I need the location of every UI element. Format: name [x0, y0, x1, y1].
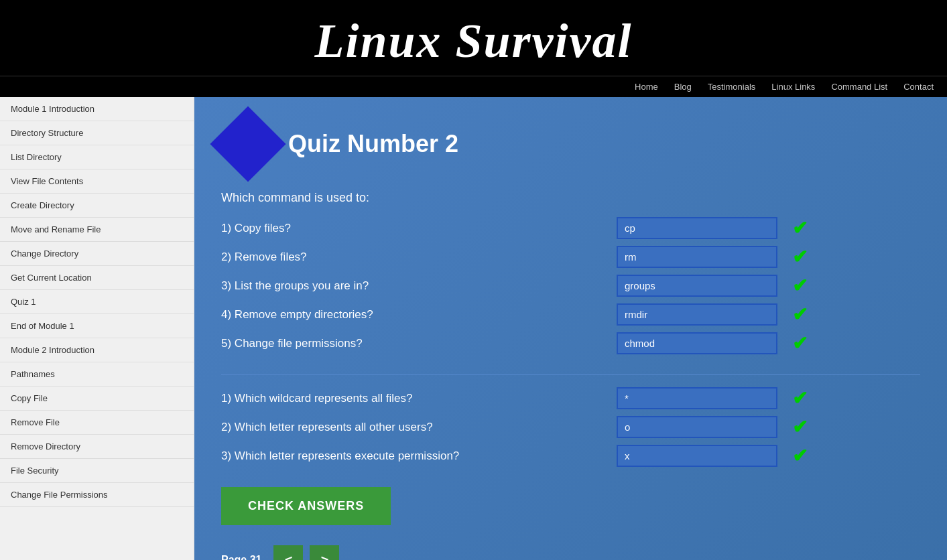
- sidebar-item-copy-file[interactable]: Copy File: [0, 387, 194, 411]
- question-row-6: 1) Which wildcard represents all files? …: [221, 387, 920, 409]
- sidebar-item-list-directory[interactable]: List Directory: [0, 145, 194, 169]
- sidebar-item-end-module1[interactable]: End of Module 1: [0, 314, 194, 338]
- sidebar-item-move-rename-file[interactable]: Move and Rename File: [0, 218, 194, 242]
- question-row-2: 2) Remove files? ✔: [221, 246, 920, 268]
- nav-contact[interactable]: Contact: [903, 82, 934, 92]
- separator: [221, 374, 920, 375]
- sidebar-item-pathnames[interactable]: Pathnames: [0, 362, 194, 387]
- question-1-text: 1) Copy files?: [221, 222, 610, 235]
- top-nav: Home Blog Testimonials Linux Links Comma…: [0, 76, 947, 97]
- nav-testimonials[interactable]: Testimonials: [708, 82, 756, 92]
- question-3-text: 3) List the groups you are in?: [221, 279, 610, 293]
- sidebar-item-quiz1[interactable]: Quiz 1: [0, 290, 194, 314]
- pagination: Page 31 < >: [221, 545, 920, 560]
- answer-input-8[interactable]: [617, 445, 777, 467]
- checkmark-3: ✔: [790, 275, 810, 297]
- site-header: Linux Survival: [0, 0, 947, 76]
- question-2-text: 2) Remove files?: [221, 251, 610, 264]
- checkmark-5: ✔: [790, 332, 810, 354]
- answer-input-5[interactable]: [617, 332, 777, 354]
- question-group-2: 1) Which wildcard represents all files? …: [221, 387, 920, 467]
- question-row-7: 2) Which letter represents all other use…: [221, 416, 920, 438]
- sidebar-item-change-file-permissions[interactable]: Change File Permissions: [0, 483, 194, 507]
- question-row-5: 5) Change file permissions? ✔: [221, 332, 920, 354]
- nav-home[interactable]: Home: [635, 82, 658, 92]
- question-row-4: 4) Remove empty directories? ✔: [221, 303, 920, 326]
- sidebar-item-get-current-location[interactable]: Get Current Location: [0, 266, 194, 290]
- sidebar-item-remove-file[interactable]: Remove File: [0, 411, 194, 435]
- next-page-button[interactable]: >: [310, 545, 339, 560]
- checkmark-8: ✔: [790, 445, 810, 467]
- question-row-8: 3) Which letter represents execute permi…: [221, 445, 920, 467]
- quiz-content: Quiz Number 2 Which command is used to: …: [194, 97, 947, 560]
- nav-blog[interactable]: Blog: [674, 82, 692, 92]
- sidebar-item-file-security[interactable]: File Security: [0, 459, 194, 483]
- sidebar-item-create-directory[interactable]: Create Directory: [0, 194, 194, 218]
- question-row-1: 1) Copy files? ✔: [221, 217, 920, 239]
- nav-command-list[interactable]: Command List: [831, 82, 887, 92]
- question-5-text: 5) Change file permissions?: [221, 337, 610, 350]
- answer-input-3[interactable]: [617, 275, 777, 297]
- answer-input-6[interactable]: [617, 387, 777, 409]
- nav-linux-links[interactable]: Linux Links: [771, 82, 815, 92]
- answer-input-4[interactable]: [617, 303, 777, 326]
- sidebar-item-view-file-contents[interactable]: View File Contents: [0, 169, 194, 194]
- answer-input-1[interactable]: [617, 217, 777, 239]
- answer-input-2[interactable]: [617, 246, 777, 268]
- sidebar-item-directory-structure[interactable]: Directory Structure: [0, 121, 194, 145]
- checkmark-4: ✔: [790, 303, 810, 326]
- question-row-3: 3) List the groups you are in? ✔: [221, 275, 920, 297]
- checkmark-1: ✔: [790, 217, 810, 239]
- check-answers-button[interactable]: CHECK ANSWERS: [221, 487, 391, 525]
- checkmark-2: ✔: [790, 246, 810, 268]
- quiz-title: Quiz Number 2: [288, 130, 458, 158]
- checkmark-6: ✔: [790, 387, 810, 409]
- page-label: Page 31: [221, 554, 261, 560]
- site-title: Linux Survival: [0, 13, 947, 69]
- question-4-text: 4) Remove empty directories?: [221, 308, 610, 322]
- main-container: Module 1 Introduction Directory Structur…: [0, 97, 947, 560]
- quiz-section-label: Which command is used to:: [221, 191, 920, 205]
- sidebar-item-module2-intro[interactable]: Module 2 Introduction: [0, 338, 194, 362]
- sidebar-item-change-directory[interactable]: Change Directory: [0, 242, 194, 266]
- sidebar-item-remove-directory[interactable]: Remove Directory: [0, 435, 194, 459]
- quiz-header: Quiz Number 2: [221, 117, 920, 171]
- sidebar: Module 1 Introduction Directory Structur…: [0, 97, 194, 560]
- checkmark-7: ✔: [790, 416, 810, 438]
- question-8-text: 3) Which letter represents execute permi…: [221, 449, 610, 463]
- question-group-1: 1) Copy files? ✔ 2) Remove files? ✔ 3) L…: [221, 217, 920, 354]
- prev-page-button[interactable]: <: [273, 545, 303, 560]
- answer-input-7[interactable]: [617, 416, 777, 438]
- sidebar-item-module1-intro[interactable]: Module 1 Introduction: [0, 97, 194, 121]
- question-6-text: 1) Which wildcard represents all files?: [221, 392, 610, 405]
- diamond-decoration: [210, 106, 286, 182]
- question-7-text: 2) Which letter represents all other use…: [221, 421, 610, 434]
